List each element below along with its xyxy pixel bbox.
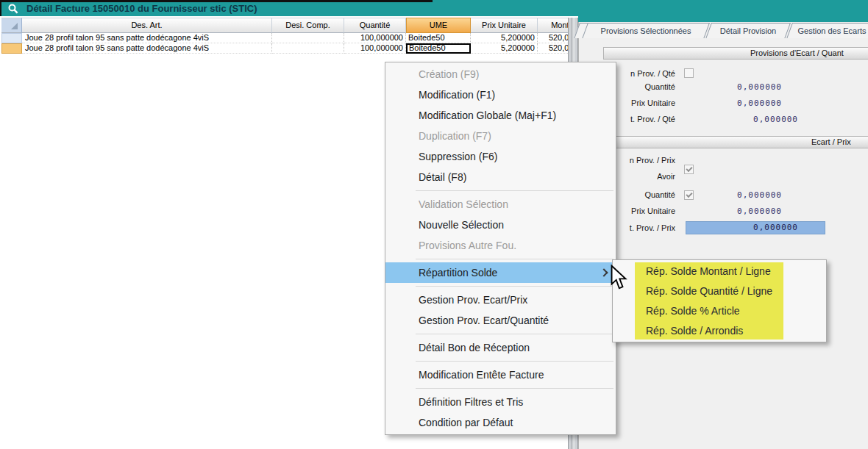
- menu-item-suppression[interactable]: Suppression (F6): [385, 146, 616, 167]
- row-selector[interactable]: [1, 33, 22, 43]
- right-panel-title-strip: [578, 0, 868, 22]
- cell-quantite[interactable]: 100,000000: [344, 33, 406, 43]
- repartition-solde-submenu: Rép. Solde Montant / Ligne Rép. Solde Qu…: [612, 259, 827, 342]
- menu-item-modification[interactable]: Modification (F1): [385, 85, 616, 105]
- field-label-prix-unitaire-2: Prix Unitaire: [611, 206, 675, 215]
- tab-gestion-des-ecarts[interactable]: Gestion des Ecarts: [786, 23, 868, 38]
- menu-item-repartition-solde[interactable]: Répartition Solde: [385, 262, 616, 283]
- field-label-quantite-2: Quantité: [611, 190, 675, 199]
- checkbox-prov-qte[interactable]: [684, 68, 694, 78]
- field-label-prov-qte: n Prov. / Qté: [611, 69, 675, 78]
- section-header-quantity-label: Provisions d'Ecart / Quant: [750, 49, 844, 57]
- menu-item-label: Répartition Solde: [419, 267, 497, 279]
- tab-label: Provisions Sélectionnées: [586, 24, 706, 38]
- menu-separator: [385, 331, 616, 337]
- cell-quantite[interactable]: 100,000000: [344, 43, 406, 54]
- cell-prix-unitaire[interactable]: 5,200000: [471, 43, 538, 54]
- cell-desi-comp[interactable]: [272, 33, 344, 43]
- menu-separator: [385, 256, 616, 262]
- menu-item-modification-globale[interactable]: Modification Globale (Maj+F1): [385, 105, 616, 126]
- cell-montant[interactable]: 520,000000: [538, 33, 568, 43]
- field-value-quantite[interactable]: 0,000000: [686, 82, 782, 92]
- menu-item-gestion-prov-ecart-prix[interactable]: Gestion Prov. Ecart/Prix: [385, 290, 616, 310]
- search-icon: [8, 4, 18, 14]
- select-all-cell[interactable]: [1, 18, 22, 33]
- field-value-mont-prov-qte[interactable]: 0,000000: [658, 115, 798, 124]
- tab-label: Gestion des Ecarts: [790, 24, 868, 38]
- mouse-cursor-icon: [610, 265, 627, 291]
- field-label-prov-prix: n Prov. / Prix: [611, 156, 675, 165]
- column-header-quantite[interactable]: Quantité: [344, 18, 406, 33]
- field-label-quantite: Quantité: [611, 82, 675, 91]
- row-selector[interactable]: [1, 43, 22, 54]
- menu-item-nouvelle-selection[interactable]: Nouvelle Sélection: [385, 215, 616, 235]
- menu-item-validation-selection[interactable]: Validation Sélection: [385, 194, 616, 215]
- menu-item-provisions-autre-fou[interactable]: Provisions Autre Fou.: [385, 235, 616, 256]
- field-value-prix-unitaire-2[interactable]: 0,000000: [686, 206, 782, 216]
- column-header-ume[interactable]: UME: [406, 18, 471, 33]
- window-top-edge: [0, 0, 433, 2]
- menu-item-detail-bon-de-reception[interactable]: Détail Bon de Réception: [385, 337, 616, 358]
- page-title: Détail Facture 15050010 du Fournisseur s…: [26, 3, 257, 14]
- menu-separator: [385, 358, 616, 364]
- menu-item-creation[interactable]: Création (F9): [385, 64, 616, 85]
- table-row[interactable]: Joue 28 profil talon 95 sans patte dodéc…: [1, 33, 568, 43]
- submenu-item-rep-solde-montant-ligne[interactable]: Rép. Solde Montant / Ligne: [613, 262, 826, 281]
- column-header-des-art[interactable]: Des. Art.: [22, 18, 272, 33]
- menu-separator: [385, 283, 616, 290]
- submenu-arrow-icon: [600, 268, 608, 276]
- cell-desi-comp[interactable]: [272, 43, 344, 54]
- tab-label: Détail Provision: [709, 24, 787, 38]
- column-header-montant[interactable]: Montant: [538, 18, 568, 33]
- tab-provisions-selectionnees[interactable]: Provisions Sélectionnées: [582, 23, 710, 38]
- submenu-item-rep-solde-arrondis[interactable]: Rép. Solde / Arrondis: [613, 321, 826, 341]
- column-header-desi-comp[interactable]: Desi. Comp.: [272, 18, 344, 33]
- invoice-lines-table: Des. Art. Desi. Comp. Quantité UME Prix …: [1, 18, 568, 54]
- menu-item-modification-entete-facture[interactable]: Modification Entête Facture: [385, 364, 616, 385]
- window-left-edge: [0, 0, 1, 16]
- submenu-item-rep-solde-pct-article[interactable]: Rép. Solde % Article: [613, 301, 826, 321]
- field-label-prix-unitaire: Prix Unitaire: [611, 98, 675, 107]
- cell-prix-unitaire[interactable]: 5,200000: [471, 33, 538, 43]
- menu-item-gestion-prov-ecart-quantite[interactable]: Gestion Prov. Ecart/Quantité: [385, 310, 616, 331]
- cell-des-art[interactable]: Joue 28 profil talon 95 sans patte dodéc…: [22, 43, 272, 54]
- cell-ume-active[interactable]: Boitede50: [406, 43, 471, 54]
- menu-item-condition-par-defaut[interactable]: Condition par Défaut: [385, 412, 616, 433]
- table-row-selected[interactable]: Joue 28 profil talon 95 sans patte dodéc…: [1, 43, 568, 54]
- cell-des-art[interactable]: Joue 28 profil talon 95 sans patte dodéc…: [22, 33, 272, 43]
- cell-ume[interactable]: Boitede50: [406, 33, 471, 43]
- table-header-row: Des. Art. Desi. Comp. Quantité UME Prix …: [1, 18, 568, 33]
- application-window: Détail Facture 15050010 du Fournisseur s…: [0, 0, 868, 449]
- cell-montant[interactable]: 520,000000: [538, 43, 568, 54]
- column-header-prix-unitaire[interactable]: Prix Unitaire: [471, 18, 538, 33]
- menu-item-definition-filtres-et-tris[interactable]: Définition Filtres et Tris: [385, 392, 616, 412]
- menu-item-detail[interactable]: Détail (F8): [385, 167, 616, 187]
- field-label-avoir: Avoir: [611, 172, 675, 181]
- submenu-item-rep-solde-quantite-ligne[interactable]: Rép. Solde Quantité / Ligne: [613, 281, 826, 301]
- section-header-price-label: Ecart / Prix: [811, 137, 851, 146]
- field-value-mont-prov-prix-selected[interactable]: 0,000000: [686, 221, 825, 234]
- tab-detail-provision[interactable]: Détail Provision: [705, 23, 791, 38]
- field-value-quantite-2[interactable]: 0,000000: [686, 190, 782, 200]
- select-all-triangle-icon: [11, 23, 18, 29]
- checkbox-prov-prix[interactable]: [684, 165, 694, 174]
- menu-separator: [385, 187, 616, 194]
- menu-separator: [385, 385, 616, 392]
- menu-item-duplication[interactable]: Duplication (F7): [385, 126, 616, 146]
- field-label-mont-prov-prix: t. Prov. / Prix: [611, 223, 675, 232]
- context-menu: Création (F9) Modification (F1) Modifica…: [385, 62, 616, 435]
- field-value-prix-unitaire[interactable]: 0,000000: [686, 98, 782, 108]
